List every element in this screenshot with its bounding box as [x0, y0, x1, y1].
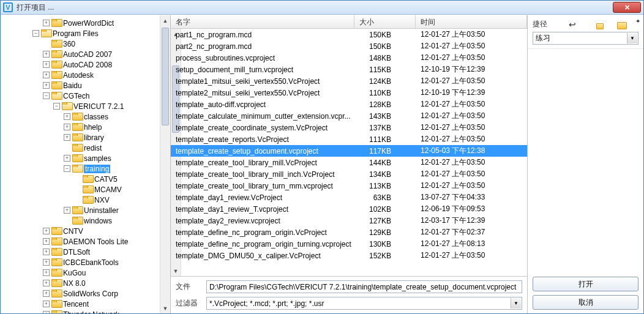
tree-item-label: ICBCEbankTools — [63, 258, 119, 267]
tree-item[interactable]: redist — [1, 143, 170, 153]
file-row[interactable]: template_define_nc_program_origin_turnin… — [171, 238, 527, 250]
tree-item[interactable]: +Tencent — [1, 299, 170, 309]
file-row[interactable]: part2_nc_program.mcd150KB12-01-27 上午03:5… — [171, 40, 527, 52]
expander-blank — [64, 144, 70, 151]
file-row[interactable]: template_create_setup_document.vcproject… — [171, 145, 527, 157]
cancel-button[interactable]: 取消 — [533, 295, 638, 310]
expand-icon[interactable]: + — [43, 269, 50, 276]
tree-item[interactable]: −Program Files — [1, 28, 170, 39]
tree-item[interactable]: +Baidu — [1, 80, 170, 91]
col-name[interactable]: 名字 — [171, 15, 354, 28]
file-row[interactable]: template_DMG_DMU50_x_caliper.VcProject15… — [171, 250, 527, 261]
expand-icon[interactable]: + — [43, 72, 50, 78]
new-folder-icon[interactable]: ✦ — [605, 20, 638, 29]
file-time: 12-10-19 下午12:39 — [416, 64, 527, 75]
expand-icon[interactable]: + — [64, 113, 70, 120]
shortcut-combo[interactable]: 练习 ▼ — [533, 32, 638, 45]
folder-icon — [72, 217, 82, 225]
expand-icon[interactable]: + — [43, 311, 50, 313]
tree-item[interactable]: +KuGou — [1, 267, 170, 278]
file-row[interactable]: template_day2_review.vcproject127KB12-03… — [171, 215, 527, 226]
scroll-up-icon[interactable]: ▲ — [160, 15, 170, 26]
folder-icon — [51, 227, 61, 235]
tree-item[interactable]: 360 — [1, 39, 170, 49]
file-row[interactable]: template_day1_review_T.vcproject102KB12-… — [171, 203, 527, 215]
collapse-icon[interactable]: − — [32, 30, 39, 37]
folder-icon — [83, 175, 92, 183]
tree-item[interactable]: +DAEMON Tools Lite — [1, 236, 170, 247]
tree-item[interactable]: +library — [1, 132, 170, 143]
file-path-input[interactable]: D:\Program Files\CGTech\VERICUT 7.2.1\tr… — [206, 280, 522, 293]
folder-icon — [72, 113, 82, 121]
tree-item[interactable]: +classes — [1, 111, 170, 122]
tree-item[interactable]: +AutoCAD 2007 — [1, 49, 170, 59]
tree-item[interactable]: +Autodesk — [1, 70, 170, 80]
file-row[interactable]: template_create_coordinate_system.VcProj… — [171, 122, 527, 133]
file-row[interactable]: template_create_reports.VcProject111KB12… — [171, 133, 527, 145]
tree-item[interactable]: +ICBCEbankTools — [1, 257, 170, 267]
tree-item[interactable]: CATV5 — [1, 174, 170, 184]
expand-icon[interactable]: + — [43, 280, 50, 286]
expand-icon[interactable]: + — [64, 124, 70, 130]
col-size[interactable]: 大小 — [354, 15, 416, 28]
file-row[interactable]: template_define_nc_program_origin.VcProj… — [171, 226, 527, 238]
tree-item[interactable]: windows — [1, 215, 170, 226]
tree-item[interactable]: +NX 8.0 — [1, 278, 170, 288]
tree-item[interactable]: +AutoCAD 2008 — [1, 59, 170, 70]
file-label: 文件 — [176, 282, 206, 292]
expand-icon[interactable]: + — [43, 238, 50, 245]
collapse-icon[interactable]: − — [64, 165, 70, 172]
tree-item[interactable]: +DTLSoft — [1, 247, 170, 257]
file-row[interactable]: template_create_tool_library_turn_mm.vcp… — [171, 180, 527, 192]
tree-item[interactable]: +SolidWorks Corp — [1, 288, 170, 299]
expand-icon[interactable]: + — [43, 290, 50, 297]
expand-icon[interactable]: + — [64, 134, 70, 141]
file-row[interactable]: template1_mitsui_seiki_vertex550.VcProje… — [171, 75, 527, 87]
expand-icon[interactable]: + — [43, 51, 50, 58]
file-row[interactable]: template_create_tool_library_mill_inch.V… — [171, 168, 527, 180]
close-button[interactable]: ✕ — [613, 2, 641, 13]
collapse-icon[interactable]: − — [43, 92, 50, 99]
expand-icon[interactable]: + — [43, 259, 50, 266]
file-row[interactable]: template_day1_review.VcProject63KB13-07-… — [171, 192, 527, 203]
tree-item[interactable]: +Uninstaller — [1, 205, 170, 215]
expand-icon[interactable]: + — [43, 301, 50, 307]
scroll-thumb[interactable] — [162, 28, 169, 125]
file-row[interactable]: template_create_tool_library_mill.VcProj… — [171, 157, 527, 168]
open-button[interactable]: 打开 — [533, 277, 638, 291]
up-folder-icon[interactable]: ↩ — [569, 20, 602, 29]
tree-item[interactable]: +samples — [1, 153, 170, 163]
expand-icon[interactable]: + — [43, 82, 50, 89]
file-row[interactable]: template_calculate_minimum_cutter_extens… — [171, 110, 527, 122]
file-time: 12-01-27 上午03:50 — [416, 53, 527, 63]
scroll-down-icon[interactable]: ▼ — [160, 303, 170, 313]
tree-item[interactable]: +hhelp — [1, 122, 170, 132]
tree-item[interactable]: MCAMV — [1, 184, 170, 195]
expand-icon[interactable]: + — [64, 155, 70, 162]
tree-item[interactable]: −CGTech — [1, 91, 170, 101]
tree-scrollbar[interactable]: ▲ ▼ — [160, 15, 170, 313]
expand-icon[interactable]: + — [43, 61, 50, 68]
tree-item[interactable]: NXV — [1, 195, 170, 205]
col-time[interactable]: 时间 — [416, 15, 527, 28]
file-row[interactable]: part1_nc_program.mcd150KB12-01-27 上午03:5… — [171, 29, 527, 40]
chevron-down-icon[interactable]: ▼ — [627, 33, 637, 43]
chevron-down-icon[interactable]: ▼ — [511, 298, 521, 308]
tree-item[interactable]: −training — [1, 163, 170, 174]
tree-item[interactable]: +CNTV — [1, 226, 170, 236]
file-time: 12-01-27 上午03:50 — [416, 41, 527, 51]
expand-icon[interactable]: + — [64, 207, 70, 214]
file-row[interactable]: template2_mitsui_seiki_vertex550.VcProje… — [171, 87, 527, 99]
expand-icon[interactable]: + — [43, 249, 50, 255]
file-size: 102KB — [354, 205, 416, 214]
expand-icon[interactable]: + — [43, 20, 50, 26]
tree-item[interactable]: +Thunder Network — [1, 309, 170, 313]
tree-item[interactable]: −VERICUT 7.2.1 — [1, 101, 170, 111]
tree-item[interactable]: +PowerWordDict — [1, 18, 170, 28]
expand-icon[interactable]: + — [43, 228, 50, 234]
file-row[interactable]: template_auto-diff.vcproject128KB12-01-2… — [171, 99, 527, 110]
collapse-icon[interactable]: − — [53, 103, 60, 110]
filter-combo[interactable]: *.VcProject; *.mcd; *.prt; *.jpg; *.usr … — [206, 297, 522, 310]
file-row[interactable]: setup_document_mill_turn.vcproject115KB1… — [171, 64, 527, 75]
file-row[interactable]: process_subroutines.vcproject148KB12-01-… — [171, 52, 527, 64]
